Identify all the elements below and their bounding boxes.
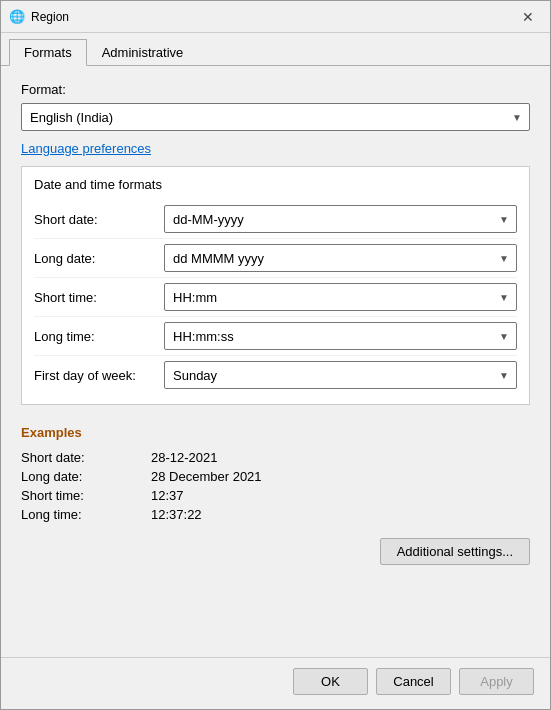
format-select-wrapper: English (India) ▼ [21, 103, 530, 131]
example-short-time-label: Short time: [21, 488, 151, 503]
window-title: Region [31, 10, 514, 24]
region-dialog: 🌐 Region ✕ Formats Administrative Format… [0, 0, 551, 710]
short-date-row: Short date: dd-MM-yyyy ▼ [34, 200, 517, 239]
tab-bar: Formats Administrative [1, 33, 550, 66]
long-time-label: Long time: [34, 329, 164, 344]
close-button[interactable]: ✕ [514, 3, 542, 31]
short-date-select[interactable]: dd-MM-yyyy [164, 205, 517, 233]
long-time-select[interactable]: HH:mm:ss [164, 322, 517, 350]
examples-box: Examples Short date: 28-12-2021 Long dat… [21, 415, 530, 524]
example-long-date-label: Long date: [21, 469, 151, 484]
long-time-row: Long time: HH:mm:ss ▼ [34, 317, 517, 356]
long-date-select[interactable]: dd MMMM yyyy [164, 244, 517, 272]
additional-settings-row: Additional settings... [21, 538, 530, 565]
example-long-date: Long date: 28 December 2021 [21, 467, 530, 486]
format-select[interactable]: English (India) [21, 103, 530, 131]
additional-settings-button[interactable]: Additional settings... [380, 538, 530, 565]
ok-button[interactable]: OK [293, 668, 368, 695]
example-short-date-value: 28-12-2021 [151, 450, 218, 465]
short-time-label: Short time: [34, 290, 164, 305]
tab-formats[interactable]: Formats [9, 39, 87, 66]
datetime-formats-box: Date and time formats Short date: dd-MM-… [21, 166, 530, 405]
main-content: Format: English (India) ▼ Language prefe… [1, 66, 550, 657]
first-day-row: First day of week: Sunday ▼ [34, 356, 517, 394]
title-bar: 🌐 Region ✕ [1, 1, 550, 33]
cancel-button[interactable]: Cancel [376, 668, 451, 695]
example-short-time: Short time: 12:37 [21, 486, 530, 505]
language-preferences-link[interactable]: Language preferences [21, 141, 151, 156]
first-day-select[interactable]: Sunday [164, 361, 517, 389]
window-icon: 🌐 [9, 9, 25, 25]
short-time-row: Short time: HH:mm ▼ [34, 278, 517, 317]
example-short-time-value: 12:37 [151, 488, 184, 503]
short-date-label: Short date: [34, 212, 164, 227]
example-long-time: Long time: 12:37:22 [21, 505, 530, 524]
tab-administrative[interactable]: Administrative [87, 39, 199, 66]
example-short-date-label: Short date: [21, 450, 151, 465]
format-section: Format: English (India) ▼ [21, 82, 530, 131]
example-long-time-value: 12:37:22 [151, 507, 202, 522]
long-date-row: Long date: dd MMMM yyyy ▼ [34, 239, 517, 278]
datetime-formats-title: Date and time formats [34, 177, 517, 192]
format-label: Format: [21, 82, 530, 97]
apply-button[interactable]: Apply [459, 668, 534, 695]
first-day-label: First day of week: [34, 368, 164, 383]
long-date-label: Long date: [34, 251, 164, 266]
examples-title: Examples [21, 425, 530, 440]
example-short-date: Short date: 28-12-2021 [21, 448, 530, 467]
dialog-footer: OK Cancel Apply [1, 657, 550, 709]
example-long-time-label: Long time: [21, 507, 151, 522]
close-icon: ✕ [522, 9, 534, 25]
example-long-date-value: 28 December 2021 [151, 469, 262, 484]
short-time-select[interactable]: HH:mm [164, 283, 517, 311]
